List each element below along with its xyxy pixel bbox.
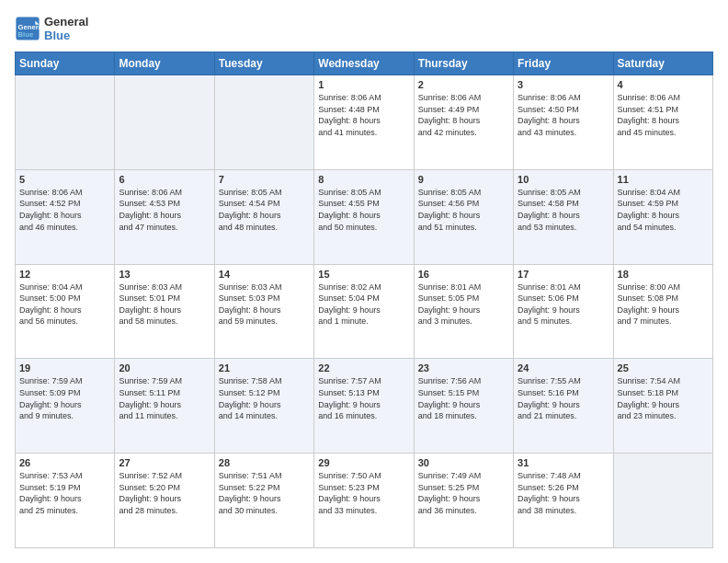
day-cell	[613, 454, 712, 548]
day-number: 23	[418, 362, 509, 373]
day-number: 10	[518, 174, 609, 185]
day-cell	[115, 75, 214, 170]
weekday-header-monday: Monday	[115, 52, 214, 75]
weekday-header-wednesday: Wednesday	[314, 52, 414, 75]
day-cell: 13Sunrise: 8:03 AM Sunset: 5:01 PM Dayli…	[115, 264, 214, 359]
day-info: Sunrise: 8:06 AM Sunset: 4:51 PM Dayligh…	[618, 92, 709, 138]
day-cell: 28Sunrise: 7:51 AM Sunset: 5:22 PM Dayli…	[214, 454, 313, 548]
day-number: 4	[618, 79, 709, 90]
day-number: 14	[219, 269, 310, 280]
logo-icon: General Blue	[15, 16, 40, 41]
day-info: Sunrise: 8:06 AM Sunset: 4:49 PM Dayligh…	[418, 92, 509, 138]
day-info: Sunrise: 8:03 AM Sunset: 5:03 PM Dayligh…	[219, 282, 310, 327]
day-number: 30	[418, 457, 509, 468]
day-number: 29	[318, 457, 409, 468]
day-cell: 25Sunrise: 7:54 AM Sunset: 5:18 PM Dayli…	[613, 359, 712, 454]
day-cell: 19Sunrise: 7:59 AM Sunset: 5:09 PM Dayli…	[16, 359, 115, 454]
day-number: 22	[318, 362, 409, 373]
day-number: 17	[518, 269, 609, 280]
day-info: Sunrise: 8:05 AM Sunset: 4:56 PM Dayligh…	[418, 187, 509, 233]
day-cell: 15Sunrise: 8:02 AM Sunset: 5:04 PM Dayli…	[314, 264, 414, 359]
day-number: 2	[418, 79, 509, 90]
day-info: Sunrise: 8:05 AM Sunset: 4:58 PM Dayligh…	[518, 187, 609, 233]
day-cell: 5Sunrise: 8:06 AM Sunset: 4:52 PM Daylig…	[16, 169, 115, 264]
day-info: Sunrise: 8:06 AM Sunset: 4:53 PM Dayligh…	[119, 187, 210, 233]
day-number: 1	[318, 79, 409, 90]
day-info: Sunrise: 8:03 AM Sunset: 5:01 PM Dayligh…	[119, 282, 210, 327]
day-info: Sunrise: 8:06 AM Sunset: 4:52 PM Dayligh…	[19, 187, 110, 233]
day-cell: 14Sunrise: 8:03 AM Sunset: 5:03 PM Dayli…	[214, 264, 313, 359]
day-number: 13	[119, 269, 210, 280]
day-cell: 24Sunrise: 7:55 AM Sunset: 5:16 PM Dayli…	[514, 359, 613, 454]
day-cell: 6Sunrise: 8:06 AM Sunset: 4:53 PM Daylig…	[115, 169, 214, 264]
day-cell: 23Sunrise: 7:56 AM Sunset: 5:15 PM Dayli…	[414, 359, 513, 454]
day-number: 16	[418, 269, 509, 280]
day-info: Sunrise: 8:01 AM Sunset: 5:05 PM Dayligh…	[418, 282, 509, 327]
day-cell: 29Sunrise: 7:50 AM Sunset: 5:23 PM Dayli…	[314, 454, 414, 548]
day-info: Sunrise: 7:52 AM Sunset: 5:20 PM Dayligh…	[119, 470, 210, 516]
day-info: Sunrise: 8:05 AM Sunset: 4:55 PM Dayligh…	[318, 187, 409, 233]
day-info: Sunrise: 7:54 AM Sunset: 5:18 PM Dayligh…	[618, 375, 709, 421]
day-info: Sunrise: 7:59 AM Sunset: 5:09 PM Dayligh…	[19, 375, 110, 421]
weekday-header-thursday: Thursday	[414, 52, 513, 75]
day-number: 3	[518, 79, 609, 90]
day-cell: 31Sunrise: 7:48 AM Sunset: 5:26 PM Dayli…	[514, 454, 613, 548]
day-number: 31	[518, 457, 609, 468]
week-row-2: 5Sunrise: 8:06 AM Sunset: 4:52 PM Daylig…	[16, 169, 713, 264]
day-number: 21	[219, 362, 310, 373]
day-info: Sunrise: 8:06 AM Sunset: 4:48 PM Dayligh…	[318, 92, 409, 138]
day-info: Sunrise: 8:02 AM Sunset: 5:04 PM Dayligh…	[318, 282, 409, 327]
day-info: Sunrise: 7:55 AM Sunset: 5:16 PM Dayligh…	[518, 375, 609, 421]
day-number: 12	[19, 269, 110, 280]
day-number: 19	[19, 362, 110, 373]
day-number: 18	[618, 269, 709, 280]
day-cell: 3Sunrise: 8:06 AM Sunset: 4:50 PM Daylig…	[514, 75, 613, 170]
day-cell: 20Sunrise: 7:59 AM Sunset: 5:11 PM Dayli…	[115, 359, 214, 454]
day-cell: 27Sunrise: 7:52 AM Sunset: 5:20 PM Dayli…	[115, 454, 214, 548]
day-number: 7	[219, 174, 310, 185]
day-cell	[16, 75, 115, 170]
day-cell: 9Sunrise: 8:05 AM Sunset: 4:56 PM Daylig…	[414, 169, 513, 264]
weekday-header-sunday: Sunday	[16, 52, 115, 75]
day-info: Sunrise: 7:57 AM Sunset: 5:13 PM Dayligh…	[318, 375, 409, 421]
day-info: Sunrise: 7:58 AM Sunset: 5:12 PM Dayligh…	[219, 375, 310, 421]
day-cell: 26Sunrise: 7:53 AM Sunset: 5:19 PM Dayli…	[16, 454, 115, 548]
svg-text:Blue: Blue	[18, 30, 34, 39]
week-row-4: 19Sunrise: 7:59 AM Sunset: 5:09 PM Dayli…	[16, 359, 713, 454]
day-cell: 8Sunrise: 8:05 AM Sunset: 4:55 PM Daylig…	[314, 169, 414, 264]
day-number: 11	[618, 174, 709, 185]
day-number: 9	[418, 174, 509, 185]
calendar-table: SundayMondayTuesdayWednesdayThursdayFrid…	[15, 52, 713, 548]
weekday-header-saturday: Saturday	[613, 52, 712, 75]
day-number: 28	[219, 457, 310, 468]
weekday-header-friday: Friday	[514, 52, 613, 75]
day-number: 6	[119, 174, 210, 185]
logo: General Blue General Blue	[15, 15, 88, 42]
day-number: 27	[119, 457, 210, 468]
day-info: Sunrise: 7:53 AM Sunset: 5:19 PM Dayligh…	[19, 470, 110, 516]
day-cell	[214, 75, 313, 170]
day-cell: 4Sunrise: 8:06 AM Sunset: 4:51 PM Daylig…	[613, 75, 712, 170]
day-cell: 18Sunrise: 8:00 AM Sunset: 5:08 PM Dayli…	[613, 264, 712, 359]
day-number: 25	[618, 362, 709, 373]
day-cell: 17Sunrise: 8:01 AM Sunset: 5:06 PM Dayli…	[514, 264, 613, 359]
day-cell: 22Sunrise: 7:57 AM Sunset: 5:13 PM Dayli…	[314, 359, 414, 454]
day-info: Sunrise: 7:56 AM Sunset: 5:15 PM Dayligh…	[418, 375, 509, 421]
day-info: Sunrise: 8:04 AM Sunset: 4:59 PM Dayligh…	[618, 187, 709, 233]
day-number: 5	[19, 174, 110, 185]
week-row-1: 1Sunrise: 8:06 AM Sunset: 4:48 PM Daylig…	[16, 75, 713, 170]
day-cell: 10Sunrise: 8:05 AM Sunset: 4:58 PM Dayli…	[514, 169, 613, 264]
day-cell: 11Sunrise: 8:04 AM Sunset: 4:59 PM Dayli…	[613, 169, 712, 264]
week-row-5: 26Sunrise: 7:53 AM Sunset: 5:19 PM Dayli…	[16, 454, 713, 548]
day-info: Sunrise: 8:01 AM Sunset: 5:06 PM Dayligh…	[518, 282, 609, 327]
day-number: 15	[318, 269, 409, 280]
day-cell: 7Sunrise: 8:05 AM Sunset: 4:54 PM Daylig…	[214, 169, 313, 264]
day-number: 26	[19, 457, 110, 468]
day-cell: 1Sunrise: 8:06 AM Sunset: 4:48 PM Daylig…	[314, 75, 414, 170]
day-cell: 2Sunrise: 8:06 AM Sunset: 4:49 PM Daylig…	[414, 75, 513, 170]
day-info: Sunrise: 8:05 AM Sunset: 4:54 PM Dayligh…	[219, 187, 310, 233]
day-cell: 12Sunrise: 8:04 AM Sunset: 5:00 PM Dayli…	[16, 264, 115, 359]
day-number: 20	[119, 362, 210, 373]
day-cell: 21Sunrise: 7:58 AM Sunset: 5:12 PM Dayli…	[214, 359, 313, 454]
day-info: Sunrise: 7:51 AM Sunset: 5:22 PM Dayligh…	[219, 470, 310, 516]
